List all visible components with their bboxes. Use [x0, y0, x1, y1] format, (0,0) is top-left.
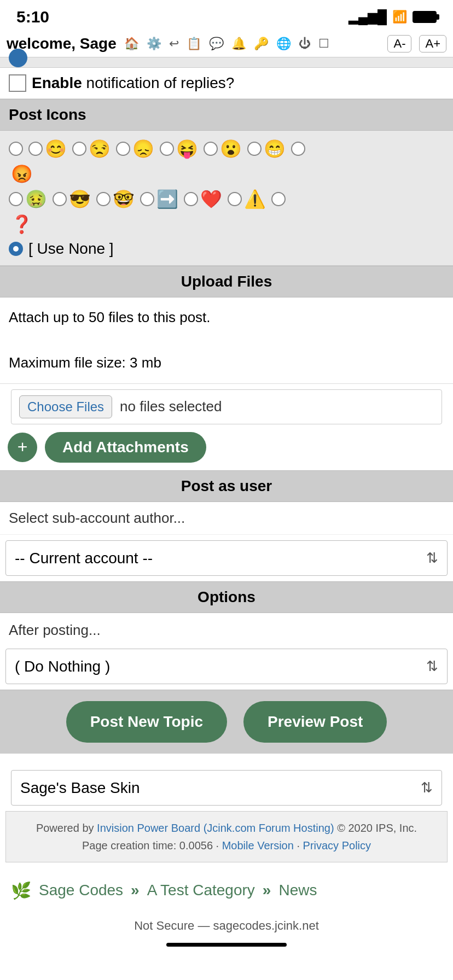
- emoji-grin: 😁: [264, 138, 286, 159]
- home-bar: [166, 943, 287, 947]
- emoji-row-2: 🤢 😎 🤓 ➡️ ❤️ ⚠️: [9, 189, 444, 209]
- skin-select-wrapper[interactable]: Sage's Base Skin ⇅: [11, 770, 442, 806]
- current-account-select[interactable]: -- Current account --: [15, 541, 426, 575]
- status-bar: 5:10 ▂▄▆█ 📶: [0, 0, 453, 31]
- radio-emoji-2[interactable]: 😒: [72, 138, 111, 159]
- security-text: Not Secure — sagecodes.jcink.net: [134, 919, 319, 932]
- breadcrumb-sage-codes[interactable]: Sage Codes: [39, 882, 123, 899]
- radio-emoji-r2-4[interactable]: ➡️: [140, 189, 178, 209]
- use-none-radio[interactable]: [9, 242, 23, 256]
- radio-circle[interactable]: [9, 142, 23, 156]
- radio-emoji-empty-1[interactable]: [9, 142, 23, 156]
- footer-jcink-link[interactable]: (Jcink.com Forum Hosting): [204, 822, 334, 834]
- battery-icon: [413, 11, 437, 23]
- after-posting-text: After posting...: [0, 613, 453, 643]
- footer-copyright: © 2020 IPS, Inc.: [337, 822, 417, 834]
- radio-circle[interactable]: [28, 142, 43, 156]
- enable-notification-row: Enable notification of replies?: [9, 74, 444, 92]
- bell-icon[interactable]: 🔔: [231, 37, 246, 51]
- nav-bar: welcome, Sage 🏠 ⚙️ ↩ 📋 💬 🔔 🔑 🌐 ⏻ ☐ A- A+: [0, 31, 453, 57]
- footer-privacy-link[interactable]: Privacy Policy: [303, 839, 371, 851]
- home-indicator: [0, 936, 453, 956]
- radio-circle[interactable]: [184, 192, 198, 206]
- radio-circle[interactable]: [96, 192, 111, 206]
- add-attachments-button[interactable]: Add Attachments: [45, 432, 206, 463]
- radio-circle[interactable]: [160, 142, 174, 156]
- post-icons-header: Post Icons: [0, 99, 453, 131]
- breadcrumb-news[interactable]: News: [278, 882, 317, 899]
- radio-emoji-r2-1[interactable]: 🤢: [9, 189, 47, 209]
- radio-circle[interactable]: [271, 192, 286, 206]
- enable-notification-checkbox[interactable]: [9, 74, 26, 92]
- font-decrease-button[interactable]: A-: [387, 35, 411, 52]
- emoji-warning: ⚠️: [244, 189, 266, 209]
- checkbox-nav-icon[interactable]: ☐: [318, 37, 329, 51]
- emoji-sunglasses: 🤓: [113, 189, 135, 209]
- radio-emoji-r2-6[interactable]: ⚠️: [228, 189, 266, 209]
- key-icon[interactable]: 🔑: [254, 37, 269, 51]
- enable-label: Enable notification of replies?: [32, 74, 234, 92]
- radio-emoji-6[interactable]: 😁: [247, 138, 286, 159]
- settings-icon[interactable]: ⚙️: [147, 37, 161, 51]
- preview-post-button[interactable]: Preview Post: [243, 701, 387, 743]
- file-input-row: Choose Files no files selected: [11, 389, 442, 424]
- radio-circle[interactable]: [247, 142, 262, 156]
- skin-section: Sage's Base Skin ⇅: [5, 770, 448, 806]
- back-icon[interactable]: ↩: [169, 37, 179, 51]
- globe-icon[interactable]: 🌐: [276, 37, 291, 51]
- options-header: Options: [0, 581, 453, 613]
- emoji-question: ❓: [11, 214, 33, 234]
- emoji-smile: 😊: [45, 138, 67, 159]
- select-arrows-icon: ⇅: [426, 550, 438, 567]
- radio-circle[interactable]: [228, 192, 242, 206]
- radio-circle[interactable]: [116, 142, 130, 156]
- choose-files-button[interactable]: Choose Files: [19, 395, 112, 418]
- angry-emoji-row: 😡: [9, 164, 444, 184]
- breadcrumb-test-category[interactable]: A Test Category: [147, 882, 255, 899]
- breadcrumb-home-icon[interactable]: 🌿: [11, 881, 31, 900]
- plus-button[interactable]: +: [8, 433, 37, 462]
- power-icon[interactable]: ⏻: [299, 37, 311, 51]
- chat-icon[interactable]: 💬: [209, 37, 224, 51]
- use-none-label: [ Use None ]: [28, 240, 114, 258]
- radio-emoji-r2-7[interactable]: [271, 192, 286, 206]
- radio-circle[interactable]: [72, 142, 86, 156]
- board-icon[interactable]: 📋: [187, 37, 201, 51]
- footer-mobile-link[interactable]: Mobile Version: [222, 839, 294, 851]
- post-new-topic-button[interactable]: Post New Topic: [66, 701, 227, 743]
- radio-emoji-r2-3[interactable]: 🤓: [96, 189, 135, 209]
- emoji-neutral: 😒: [89, 138, 111, 159]
- radio-emoji-r2-2[interactable]: 😎: [53, 189, 91, 209]
- radio-circle[interactable]: [140, 192, 154, 206]
- radio-circle[interactable]: [9, 192, 23, 206]
- radio-emoji-4[interactable]: 😝: [160, 138, 198, 159]
- emoji-angry: 😡: [11, 164, 33, 184]
- security-bar: Not Secure — sagecodes.jcink.net: [0, 913, 453, 936]
- radio-circle[interactable]: [291, 142, 305, 156]
- emoji-heart: ❤️: [200, 189, 222, 209]
- breadcrumb-sep-2: »: [263, 882, 271, 899]
- footer-powered-by: Powered by: [36, 822, 94, 834]
- radio-emoji-smile[interactable]: 😊: [28, 138, 67, 159]
- skin-select-arrows: ⇅: [421, 779, 433, 796]
- options-section: After posting... ( Do Nothing ) ⇅: [0, 613, 453, 684]
- do-nothing-select[interactable]: ( Do Nothing ): [15, 649, 426, 684]
- radio-emoji-empty-2[interactable]: [291, 142, 305, 156]
- enable-notification-section: Enable notification of replies?: [0, 68, 453, 99]
- current-account-select-wrapper[interactable]: -- Current account -- ⇅: [5, 540, 448, 576]
- radio-emoji-3[interactable]: 😞: [116, 138, 154, 159]
- emoji-wow: 😮: [220, 138, 242, 159]
- enable-signature-partial: [0, 57, 453, 68]
- home-icon[interactable]: 🏠: [124, 37, 139, 51]
- radio-emoji-5[interactable]: 😮: [204, 138, 242, 159]
- use-none-row[interactable]: [ Use None ]: [9, 240, 444, 258]
- do-nothing-select-wrapper[interactable]: ( Do Nothing ) ⇅: [5, 649, 448, 684]
- status-icons: ▂▄▆█ 📶: [349, 9, 437, 25]
- font-increase-button[interactable]: A+: [419, 35, 446, 52]
- footer-invision-link[interactable]: Invision Power Board: [97, 822, 200, 834]
- radio-circle[interactable]: [204, 142, 218, 156]
- radio-emoji-r2-5[interactable]: ❤️: [184, 189, 222, 209]
- upload-files-info: Attach up to 50 files to this post. Maxi…: [0, 298, 453, 384]
- skin-select[interactable]: Sage's Base Skin: [20, 771, 421, 805]
- radio-circle[interactable]: [53, 192, 67, 206]
